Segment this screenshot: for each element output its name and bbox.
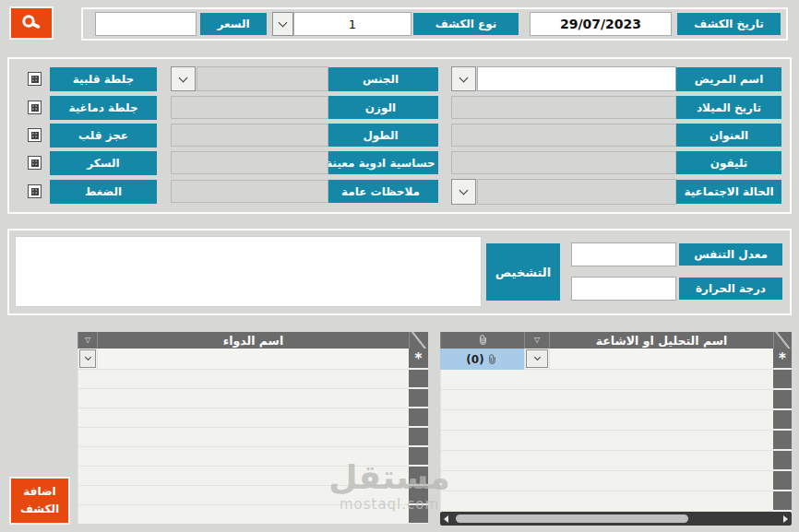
medication-combo-column-header[interactable]: ▽: [78, 332, 97, 349]
address-field: [451, 124, 676, 147]
medications-grid: اسم الدواء ▽ *: [78, 332, 428, 524]
general-notes-button[interactable]: ملاحظات عامة: [323, 180, 438, 203]
vitals-panel: معدل التنفس درجة الحرارة التشخيص: [7, 229, 792, 315]
scrollbar-thumb[interactable]: [456, 514, 688, 523]
temperature-button[interactable]: درجة الحرارة: [679, 278, 782, 300]
search-button[interactable]: [9, 6, 54, 40]
condition-brain-clot-checkbox[interactable]: [28, 100, 42, 114]
condition-heart-failure-button[interactable]: عجز قلب: [50, 124, 157, 148]
new-row-marker: *: [773, 349, 792, 370]
condition-diabetes-checkbox[interactable]: [28, 156, 42, 170]
empty-grid-row: [440, 370, 792, 390]
phone-field: [451, 151, 676, 174]
grid-corner-cell[interactable]: [773, 332, 792, 349]
marital-status-dropdown-button[interactable]: [451, 179, 476, 205]
paperclip-icon: [477, 334, 489, 347]
diagnosis-button[interactable]: التشخيص: [486, 243, 560, 301]
medications-grid-header: اسم الدواء ▽: [78, 332, 428, 349]
test-name-column-header[interactable]: اسم التحليل او الاشاعة: [549, 332, 773, 349]
marital-status-button[interactable]: الحالة الاجتماعية: [676, 180, 781, 204]
gender-button[interactable]: الجنس: [323, 67, 438, 91]
height-field: [171, 124, 328, 147]
address-button[interactable]: العنوان: [676, 124, 781, 147]
exam-type-field[interactable]: [293, 12, 411, 36]
condition-blood-pressure-button[interactable]: الضغط: [50, 180, 157, 204]
test-combo-cell[interactable]: [524, 349, 549, 370]
attachment-count: (0): [466, 353, 483, 366]
empty-grid-row: [440, 491, 792, 512]
temperature-field[interactable]: [571, 277, 676, 301]
marital-status-field: [477, 179, 676, 205]
exam-form-window: تاريخ الكشف نوع الكشف السعر اسم المريض ت…: [0, 0, 799, 532]
condition-heart-failure-checkbox[interactable]: [28, 128, 42, 142]
respiration-rate-button[interactable]: معدل التنفس: [679, 243, 782, 266]
condition-heart-clot-checkbox[interactable]: [28, 72, 42, 86]
empty-grid-row: [78, 428, 428, 447]
empty-grid-row: [440, 390, 792, 410]
grid-corner-cell[interactable]: [409, 332, 428, 349]
add-exam-label-line1: اضافة: [23, 483, 55, 501]
test-dropdown-button[interactable]: [526, 349, 548, 368]
gender-field: [197, 66, 328, 91]
checkbox-fill-icon: [31, 188, 39, 195]
patient-name-button[interactable]: اسم المريض: [676, 67, 781, 91]
patient-name-field[interactable]: [477, 66, 676, 91]
price-button[interactable]: السعر: [200, 13, 267, 35]
respiration-rate-field[interactable]: [571, 242, 676, 266]
medication-new-row[interactable]: *: [78, 349, 428, 370]
exam-type-button[interactable]: نوع الكشف: [413, 13, 519, 35]
drug-allergy-button[interactable]: حساسية ادوية معينة: [323, 151, 438, 174]
test-combo-column-header[interactable]: ▽: [524, 332, 549, 349]
exam-header-panel: تاريخ الكشف نوع الكشف السعر: [81, 7, 788, 41]
chevron-down-icon: [179, 73, 188, 82]
horizontal-scrollbar[interactable]: [440, 512, 792, 526]
empty-grid-row: [78, 486, 428, 505]
scrollbar-track[interactable]: [452, 512, 780, 526]
empty-grid-row: [78, 467, 428, 486]
birth-date-button[interactable]: تاريخ الميلاد: [676, 96, 781, 119]
empty-grid-row: [78, 370, 428, 389]
patient-name-dropdown-button[interactable]: [451, 66, 476, 91]
search-icon: [19, 13, 43, 33]
checkbox-fill-icon: [31, 104, 39, 112]
add-exam-button[interactable]: اضافة الكشف: [9, 477, 70, 525]
attachment-column-header[interactable]: [440, 332, 524, 349]
drug-allergy-field: [171, 151, 328, 174]
test-name-cell[interactable]: [549, 349, 773, 370]
paperclip-icon: [486, 353, 498, 366]
empty-grid-row: [78, 389, 428, 408]
chevron-down-icon: [533, 354, 540, 361]
condition-brain-clot-button[interactable]: جلطة دماغية: [50, 96, 157, 120]
checkbox-fill-icon: [31, 132, 39, 139]
empty-grid-row: [78, 505, 428, 524]
triangle-down-icon: ▽: [534, 337, 540, 344]
medication-name-cell[interactable]: [97, 349, 409, 370]
condition-diabetes-button[interactable]: السكر: [50, 151, 157, 175]
gender-dropdown-button[interactable]: [171, 66, 196, 91]
medication-dropdown-button[interactable]: [79, 349, 96, 368]
phone-button[interactable]: تليفون: [676, 151, 781, 174]
triangle-down-icon: ▽: [85, 337, 90, 344]
empty-grid-row: [440, 471, 792, 491]
exam-type-dropdown-button[interactable]: [272, 12, 293, 36]
attachment-cell[interactable]: (0): [440, 349, 524, 370]
chevron-down-icon: [279, 18, 288, 28]
exam-date-button[interactable]: تاريخ الكشف: [677, 13, 781, 35]
birth-date-field: [451, 96, 676, 119]
price-field[interactable]: [95, 12, 197, 36]
scroll-right-button[interactable]: [440, 512, 452, 526]
scroll-left-button[interactable]: [780, 512, 792, 526]
empty-grid-row: [440, 431, 792, 451]
height-button[interactable]: الطول: [323, 124, 438, 147]
condition-heart-clot-button[interactable]: جلطة قلبية: [50, 67, 157, 91]
condition-blood-pressure-checkbox[interactable]: [28, 184, 42, 198]
general-notes-field: [171, 180, 328, 203]
test-new-row[interactable]: * (0): [440, 349, 792, 370]
diagnosis-textarea[interactable]: [15, 236, 482, 307]
medication-combo-cell[interactable]: [78, 349, 97, 370]
triangle-right-icon: [444, 515, 448, 523]
medication-name-column-header[interactable]: اسم الدواء: [97, 332, 409, 349]
weight-button[interactable]: الوزن: [323, 96, 438, 119]
exam-date-field[interactable]: [530, 12, 672, 36]
empty-grid-row: [78, 447, 428, 467]
